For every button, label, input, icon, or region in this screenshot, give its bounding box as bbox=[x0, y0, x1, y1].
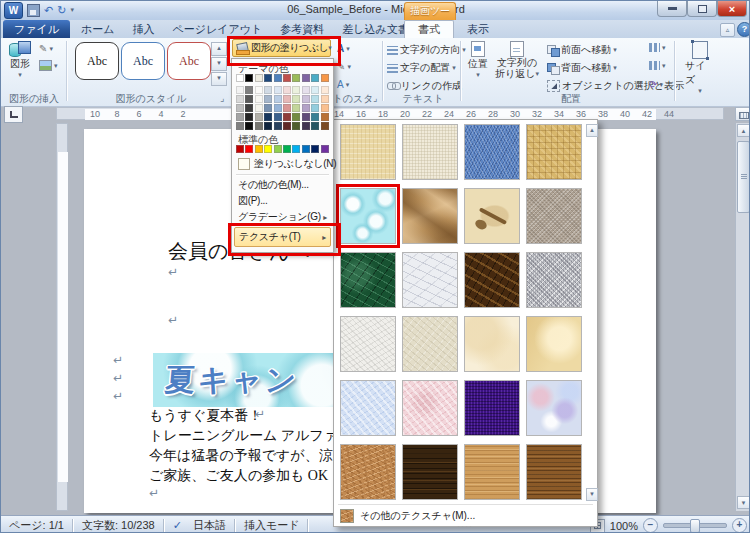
tab-view[interactable]: 表示 bbox=[458, 20, 498, 38]
tab-home[interactable]: ホーム bbox=[72, 20, 124, 38]
tab-insert[interactable]: 挿入 bbox=[124, 20, 164, 38]
theme-color-variant-swatch[interactable] bbox=[321, 113, 329, 121]
gallery-scroll-up-icon[interactable]: ▲ bbox=[586, 124, 598, 137]
align-text-button[interactable]: 文字の配置 ▾ bbox=[387, 61, 456, 75]
theme-color-variant-swatch[interactable] bbox=[264, 113, 272, 121]
texture-swatch-newsprint[interactable] bbox=[340, 316, 396, 372]
theme-color-variant-swatch[interactable] bbox=[255, 113, 263, 121]
text-fill-button[interactable]: A ▾ bbox=[337, 43, 350, 54]
theme-color-swatch[interactable] bbox=[283, 74, 291, 82]
theme-color-variant-swatch[interactable] bbox=[311, 122, 319, 130]
standard-color-swatch[interactable] bbox=[302, 145, 310, 153]
texture-swatch-purple-mesh[interactable] bbox=[464, 380, 520, 436]
style-scroll-up-icon[interactable]: ▲ bbox=[211, 42, 227, 56]
texture-swatch-white-marble[interactable] bbox=[402, 252, 458, 308]
style-scroll-down-icon[interactable]: ▼ bbox=[211, 57, 227, 71]
zoom-slider[interactable] bbox=[663, 523, 727, 528]
theme-color-variant-swatch[interactable] bbox=[283, 113, 291, 121]
theme-color-variant-swatch[interactable] bbox=[264, 86, 272, 94]
tab-file[interactable]: ファイル bbox=[3, 20, 70, 38]
texture-swatch-pink-tissue-paper[interactable] bbox=[402, 380, 458, 436]
texture-swatch-oak[interactable] bbox=[464, 444, 520, 500]
theme-color-variant-swatch[interactable] bbox=[255, 104, 263, 112]
minimize-button[interactable] bbox=[657, 1, 687, 17]
edit-shape-button[interactable]: ✎ ▾ bbox=[39, 43, 53, 54]
theme-color-variant-swatch[interactable] bbox=[236, 113, 244, 121]
rotate-objects-button[interactable]: ⟳ ▾ bbox=[649, 79, 663, 90]
theme-color-variant-swatch[interactable] bbox=[264, 122, 272, 130]
standard-color-swatch[interactable] bbox=[292, 145, 300, 153]
zoom-level[interactable]: 100% bbox=[610, 520, 638, 532]
theme-color-swatch[interactable] bbox=[255, 74, 263, 82]
theme-color-variant-swatch[interactable] bbox=[245, 104, 253, 112]
menu-item-no-fill[interactable]: 塗りつぶしなし(N) bbox=[234, 156, 331, 172]
theme-color-variant-swatch[interactable] bbox=[311, 95, 319, 103]
theme-color-variant-swatch[interactable] bbox=[245, 113, 253, 121]
theme-color-swatch[interactable] bbox=[264, 74, 272, 82]
tab-references[interactable]: 参考資料 bbox=[271, 20, 333, 38]
theme-color-variant-swatch[interactable] bbox=[236, 95, 244, 103]
texture-swatch-green-marble[interactable] bbox=[340, 252, 396, 308]
scroll-up-icon[interactable]: ▲ bbox=[737, 124, 750, 137]
theme-color-swatch[interactable] bbox=[292, 74, 300, 82]
theme-color-variant-swatch[interactable] bbox=[274, 95, 282, 103]
spell-check-icon[interactable]: ✓ bbox=[165, 519, 185, 532]
text-effects-button[interactable]: A ▾ bbox=[337, 79, 349, 90]
theme-color-variant-swatch[interactable] bbox=[236, 122, 244, 130]
ruler-toggle-button[interactable] bbox=[735, 107, 750, 121]
standard-color-swatch[interactable] bbox=[311, 145, 319, 153]
theme-color-variant-swatch[interactable] bbox=[255, 86, 263, 94]
theme-color-variant-swatch[interactable] bbox=[302, 86, 310, 94]
group-objects-button[interactable]: ▾ bbox=[649, 61, 666, 70]
theme-color-swatch[interactable] bbox=[321, 74, 329, 82]
scrollbar-thumb[interactable] bbox=[737, 141, 750, 213]
close-button[interactable]: × bbox=[717, 1, 747, 17]
theme-color-variant-swatch[interactable] bbox=[292, 113, 300, 121]
menu-item-texture[interactable]: テクスチャ(T) ▸ bbox=[234, 227, 331, 247]
word-count[interactable]: 文字数: 10/238 bbox=[74, 518, 163, 533]
scroll-down-icon[interactable]: ▼ bbox=[737, 496, 750, 509]
bring-forward-button[interactable]: 前面へ移動 ▾ bbox=[547, 43, 617, 57]
theme-color-variant-swatch[interactable] bbox=[274, 113, 282, 121]
theme-color-variant-swatch[interactable] bbox=[292, 122, 300, 130]
texture-swatch-blue-tissue-paper[interactable] bbox=[340, 380, 396, 436]
position-button[interactable]: 位置 ▾ bbox=[464, 41, 492, 79]
theme-color-variant-swatch[interactable] bbox=[302, 113, 310, 121]
theme-color-variant-swatch[interactable] bbox=[321, 86, 329, 94]
texture-swatch-fish-fossil[interactable] bbox=[464, 188, 520, 244]
texture-swatch-parchment[interactable] bbox=[464, 316, 520, 372]
theme-color-variant-swatch[interactable] bbox=[255, 122, 263, 130]
standard-color-swatch[interactable] bbox=[283, 145, 291, 153]
theme-color-variant-swatch[interactable] bbox=[292, 95, 300, 103]
zoom-slider-thumb[interactable] bbox=[690, 519, 700, 533]
theme-color-variant-swatch[interactable] bbox=[302, 95, 310, 103]
texture-swatch-sand[interactable] bbox=[526, 188, 582, 244]
text-direction-button[interactable]: 文字列の方向 ▾ bbox=[387, 43, 466, 57]
theme-color-variant-swatch[interactable] bbox=[311, 86, 319, 94]
menu-item-gradient[interactable]: グラデーション(G) ▸ bbox=[234, 209, 331, 225]
theme-color-variant-swatch[interactable] bbox=[321, 104, 329, 112]
texture-swatch-brown-marble[interactable] bbox=[464, 252, 520, 308]
theme-color-variant-swatch[interactable] bbox=[264, 95, 272, 103]
wrap-text-button[interactable]: 文字列の 折り返し▾ bbox=[495, 41, 539, 79]
theme-color-variant-swatch[interactable] bbox=[245, 86, 253, 94]
align-objects-button[interactable]: ▾ bbox=[649, 43, 666, 52]
texture-swatch-canvas[interactable] bbox=[402, 124, 458, 180]
tab-format[interactable]: 書式 bbox=[404, 20, 454, 38]
theme-color-variant-swatch[interactable] bbox=[255, 95, 263, 103]
theme-color-variant-swatch[interactable] bbox=[264, 104, 272, 112]
text-outline-button[interactable]: ✎ ▾ bbox=[337, 61, 351, 72]
tab-page-layout[interactable]: ページレイアウト bbox=[164, 20, 272, 38]
theme-color-variant-swatch[interactable] bbox=[302, 122, 310, 130]
texture-swatch-recycled-paper[interactable] bbox=[402, 316, 458, 372]
zoom-in-icon[interactable]: + bbox=[732, 518, 747, 533]
texture-swatch-stationery[interactable] bbox=[526, 316, 582, 372]
texture-swatch-water-droplets[interactable] bbox=[340, 188, 396, 244]
texture-swatch-denim[interactable] bbox=[464, 124, 520, 180]
restore-button[interactable] bbox=[687, 1, 717, 17]
theme-color-variant-swatch[interactable] bbox=[311, 104, 319, 112]
vertical-scrollbar[interactable]: ▲ ▼ bbox=[735, 123, 750, 511]
page-indicator[interactable]: ページ: 1/1 bbox=[1, 518, 72, 533]
theme-color-variant-swatch[interactable] bbox=[245, 122, 253, 130]
theme-color-swatch[interactable] bbox=[274, 74, 282, 82]
